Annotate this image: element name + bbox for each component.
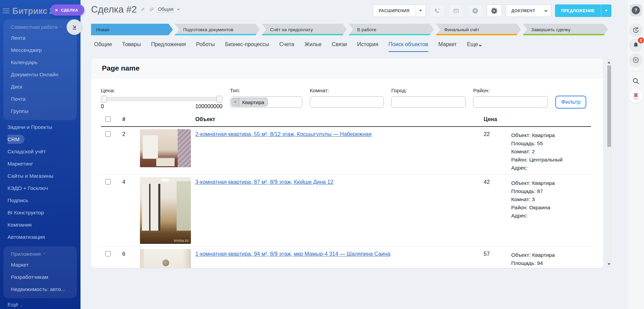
city-input[interactable]: [391, 96, 466, 108]
listing-link[interactable]: 2-комнатная квартира, 55 м², 8/12 этаж, …: [195, 131, 372, 137]
tab-Бизнес-процессы[interactable]: Бизнес-процессы: [225, 41, 269, 51]
photo-watermark: krisha.kz: [174, 238, 189, 243]
sidebar-item[interactable]: Складской учёт: [7, 146, 80, 158]
sidebar-item[interactable]: BI Конструктор: [7, 207, 80, 219]
apps-group-header[interactable]: Приложения⌃: [11, 250, 77, 259]
sidebar-item[interactable]: Документы Онлайн: [11, 69, 77, 81]
tab-Роботы[interactable]: Роботы: [196, 41, 215, 51]
select-all-checkbox[interactable]: [105, 116, 111, 122]
tab-Маркет[interactable]: Маркет: [439, 41, 457, 51]
sidebar-item[interactable]: Группы: [11, 105, 77, 117]
sidebar-collapse-button[interactable]: [67, 19, 82, 35]
chat-button[interactable]: [629, 53, 643, 67]
call-button[interactable]: [430, 4, 445, 17]
row-checkbox-cell: [101, 177, 117, 186]
search-button[interactable]: [629, 75, 643, 87]
listing-photo[interactable]: [140, 249, 191, 268]
notifications-button[interactable]: 2: [629, 38, 643, 52]
pipeline-stage[interactable]: Финальный счёт: [436, 24, 521, 35]
sidebar-item[interactable]: Подпись: [7, 194, 80, 207]
updates-button[interactable]: [629, 23, 643, 37]
sidebar-item[interactable]: Задачи и Проекты: [7, 121, 80, 133]
type-input[interactable]: × Квартира: [230, 96, 302, 108]
scrollbar-thumb[interactable]: [607, 65, 611, 147]
link-chain-icon[interactable]: [149, 7, 155, 12]
user-avatar[interactable]: nethem: [629, 90, 643, 103]
phone-icon: [434, 7, 441, 14]
listing-photo[interactable]: [140, 129, 191, 167]
settings-button[interactable]: [487, 4, 502, 17]
sidebar-item[interactable]: Почта: [11, 93, 77, 105]
photo-shape: [156, 158, 175, 166]
pipeline-stage[interactable]: Завершить сделку: [523, 24, 608, 35]
listing-link[interactable]: 1-комнатная квартира, 94 м², 8/9 этаж, м…: [195, 251, 390, 257]
content-scrollbar[interactable]: [607, 59, 612, 267]
tab-История[interactable]: История: [357, 41, 378, 51]
pipeline-stage[interactable]: В работе: [349, 24, 434, 35]
row-checkbox[interactable]: [105, 179, 111, 185]
copilot-button[interactable]: [468, 4, 483, 17]
card-header: Page name: [91, 58, 603, 78]
pipeline-stage[interactable]: Новая: [91, 24, 173, 35]
proposal-button[interactable]: ПРЕДЛОЖЕНИЕ: [555, 4, 611, 17]
sidebar-item[interactable]: Календарь: [11, 56, 77, 69]
page-title: Сделка #2: [91, 4, 137, 15]
pipeline-category[interactable]: Общая: [158, 6, 174, 13]
sidebar-more[interactable]: Ещё⌄: [0, 298, 80, 308]
district-input[interactable]: [473, 96, 548, 108]
scroll-down-arrow[interactable]: [608, 263, 610, 265]
tab-Поиск объектов[interactable]: Поиск объектов: [389, 41, 428, 52]
sidebar-item[interactable]: Диск: [11, 81, 77, 93]
sidebar-item-label: Задачи и Проекты: [7, 124, 52, 130]
sidebar-item-label: Компания: [7, 222, 32, 228]
close-icon[interactable]: ×: [55, 8, 58, 13]
pipeline-stage[interactable]: Подготовка документов: [175, 24, 260, 35]
sidebar-item[interactable]: CRM: [7, 133, 80, 146]
listing-link[interactable]: 3-комнатная квартира, 87 м², 8/9 этаж, К…: [195, 179, 333, 185]
slider-handle-min[interactable]: [101, 96, 107, 103]
pipeline-stage[interactable]: Счёт на предоплату: [262, 24, 347, 35]
photo-shape: [183, 249, 191, 268]
tab-Общие[interactable]: Общие: [94, 41, 112, 51]
sidebar: Битрикс 24 Совместная работа⌃ ЛентаМессе…: [0, 0, 80, 309]
email-button[interactable]: [449, 4, 464, 17]
document-dropdown[interactable]: [541, 5, 551, 17]
tab-Предложения[interactable]: Предложения: [151, 41, 186, 51]
extensions-button[interactable]: РАСШИРЕНИЯ: [373, 4, 426, 17]
proposal-dropdown[interactable]: [601, 10, 611, 12]
price-range-slider[interactable]: [101, 97, 222, 101]
tab-Еще[interactable]: Еще: [467, 41, 482, 51]
tab-Жилье[interactable]: Жилье: [304, 41, 321, 51]
extensions-dropdown[interactable]: [415, 5, 426, 17]
scroll-up-arrow[interactable]: [608, 61, 610, 63]
tab-Товары[interactable]: Товары: [122, 41, 141, 51]
row-checkbox[interactable]: [105, 251, 111, 256]
sidebar-item[interactable]: Лента: [11, 32, 77, 44]
sidebar-item[interactable]: Автоматизация: [7, 231, 80, 243]
sidebar-item[interactable]: Компания: [7, 219, 80, 231]
document-button[interactable]: ДОКУМЕНТ: [506, 4, 551, 17]
rooms-label: Комнат:: [310, 88, 384, 94]
sidebar-item[interactable]: Сайты и Магазины: [7, 170, 80, 182]
edit-pencil-icon[interactable]: [140, 7, 146, 12]
sidebar-item[interactable]: КЭДО + Госключ: [7, 182, 80, 194]
tab-Связи[interactable]: Связи: [332, 41, 347, 51]
collapse-arrow-icon: [71, 24, 78, 31]
filter-button[interactable]: Фильтр: [555, 96, 586, 109]
listing-photo[interactable]: krisha.kz: [140, 177, 191, 244]
hamburger-menu-icon[interactable]: [3, 8, 10, 13]
tag-remove-icon[interactable]: ×: [232, 98, 239, 106]
rooms-input[interactable]: [310, 96, 384, 108]
tab-Счета[interactable]: Счета: [279, 41, 294, 51]
help-button[interactable]: ?: [630, 4, 642, 16]
sidebar-item[interactable]: Маркет: [11, 259, 77, 271]
sidebar-item[interactable]: Мессенджер: [11, 44, 77, 56]
sidebar-item[interactable]: Недвижимость: авто...: [11, 283, 77, 295]
sidebar-item[interactable]: Маркетинг: [7, 158, 80, 170]
row-checkbox[interactable]: [105, 131, 111, 137]
tab-label: Поиск объектов: [389, 41, 428, 47]
deal-pill-button[interactable]: × СДЕЛКА: [50, 4, 84, 16]
sidebar-item[interactable]: Разработчикам: [11, 271, 77, 283]
slider-handle-max[interactable]: [216, 96, 222, 103]
chevron-down-icon: [479, 44, 482, 46]
